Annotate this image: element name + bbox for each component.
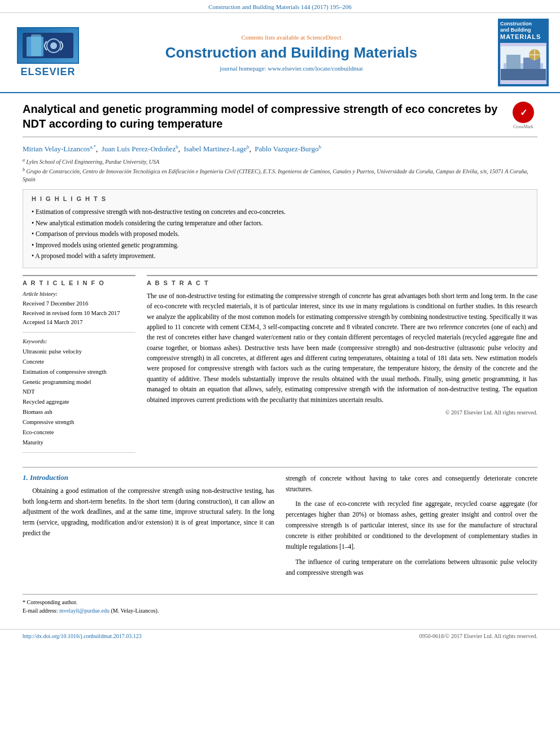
- list-item: Eco-concrete: [23, 427, 135, 438]
- history-label: Article history:: [23, 291, 135, 297]
- journal-center: Contents lists available at ScienceDirec…: [85, 34, 498, 72]
- intro-left-col: 1. Introduction Obtaining a good estimat…: [23, 473, 274, 583]
- journal-reference-bar: Construction and Building Materials 144 …: [0, 0, 560, 13]
- article-title-section: Analytical and genetic programming model…: [23, 102, 537, 137]
- list-item: A proposed model with a safety improveme…: [32, 251, 528, 262]
- list-item: Estimation of compressive strength: [23, 367, 135, 377]
- main-content: Analytical and genetic programming model…: [0, 93, 560, 623]
- revised-date: Received in revised form 10 March 2017: [23, 309, 135, 318]
- intro-paragraph-2: strength of concrete without having to t…: [286, 473, 537, 495]
- list-item: Ultrasonic pulse velocity: [23, 347, 135, 357]
- list-item: Concrete: [23, 357, 135, 367]
- bottom-bar: http://dx.doi.org/10.1016/j.conbuildmat.…: [0, 629, 560, 643]
- list-item: Genetic programming model: [23, 377, 135, 387]
- affiliations: a Lyles School of Civil Engineering, Pur…: [23, 157, 537, 184]
- journal-reference-text: Construction and Building Materials 144 …: [208, 3, 352, 10]
- copyright-line: © 2017 Elsevier Ltd. All rights reserved…: [147, 409, 537, 416]
- svg-rect-9: [501, 69, 546, 80]
- abstract-col: A B S T R A C T The use of non-destructi…: [147, 275, 537, 458]
- intro-paragraph-4: The influence of curing temperature on t…: [286, 557, 537, 578]
- abstract-text: The use of non-destructive testing for e…: [147, 291, 537, 405]
- intro-title: 1. Introduction: [23, 473, 274, 482]
- elsevier-logo: ELSEVIER: [11, 27, 85, 78]
- author-4: Pablo Vazquez-Burgo: [255, 145, 318, 153]
- journal-cover-image: Constructionand BuildingMATERIALS: [498, 19, 549, 86]
- intro-left-text: Obtaining a good estimation of the compr…: [23, 486, 274, 539]
- list-item: Biomass ash: [23, 407, 135, 417]
- list-item: Comparison of previous models with propo…: [32, 229, 528, 240]
- elsevier-text: ELSEVIER: [20, 66, 75, 78]
- sciencedirect-link[interactable]: ScienceDirect: [307, 34, 342, 41]
- article-title: Analytical and genetic programming model…: [23, 102, 504, 131]
- keywords-list: Ultrasonic pulse velocity Concrete Estim…: [23, 347, 135, 447]
- author-2: Juan Luis Perez-Ordoñez: [102, 145, 176, 153]
- introduction-section: 1. Introduction Obtaining a good estimat…: [23, 473, 537, 583]
- crossmark-area[interactable]: ✓ CrossMark: [509, 102, 537, 129]
- authors-line: Mirian Velay-Lizancosa,*, Juan Luis Pere…: [23, 144, 537, 154]
- author-1: Mirian Velay-Lizancos: [23, 145, 90, 153]
- homepage-url[interactable]: www.elsevier.com/locate/conbuildmat: [268, 65, 363, 72]
- highlights-list: Estimation of compressive strength with …: [32, 207, 528, 262]
- doi-link[interactable]: http://dx.doi.org/10.1016/j.conbuildmat.…: [23, 633, 142, 639]
- list-item: NDT: [23, 387, 135, 397]
- list-item: New analytical estimation models conside…: [32, 218, 528, 229]
- svg-point-4: [50, 42, 57, 49]
- journal-title: Construction and Building Materials: [90, 44, 492, 62]
- journal-homepage: journal homepage: www.elsevier.com/locat…: [90, 65, 492, 72]
- highlights-heading: H I G H L I G H T S: [32, 195, 528, 202]
- elsevier-logo-box: [17, 27, 79, 64]
- article-info-box: A R T I C L E I N F O Article history: R…: [23, 275, 135, 453]
- journal-header: ELSEVIER Contents lists available at Sci…: [0, 13, 560, 93]
- footnote-section: * Corresponding author. E-mail address: …: [23, 594, 537, 615]
- issn-text: 0950-0618/© 2017 Elsevier Ltd. All right…: [419, 633, 537, 639]
- history-subsection: Article history: Received 7 December 201…: [23, 291, 135, 333]
- article-info-col: A R T I C L E I N F O Article history: R…: [23, 275, 135, 458]
- intro-paragraph-3: In the case of eco-concrete with recycle…: [286, 499, 537, 552]
- list-item: Estimation of compressive strength with …: [32, 207, 528, 218]
- author-3: Isabel Martinez-Lage: [183, 145, 247, 153]
- highlights-section: H I G H L I G H T S Estimation of compre…: [23, 189, 537, 268]
- crossmark-label: CrossMark: [509, 124, 537, 129]
- crossmark-icon[interactable]: ✓: [513, 102, 534, 123]
- abstract-heading: A B S T R A C T: [147, 276, 537, 286]
- cover-title: Constructionand BuildingMATERIALS: [500, 21, 546, 41]
- footnote-corresponding: * Corresponding author.: [23, 598, 537, 606]
- section-divider: [23, 467, 537, 468]
- keywords-label: Keywords:: [23, 338, 135, 344]
- info-abstract-section: A R T I C L E I N F O Article history: R…: [23, 275, 537, 458]
- footnote-email: E-mail address: mvelayli@purdue.edu (M. …: [23, 606, 537, 615]
- svg-rect-2: [31, 34, 41, 56]
- abstract-box: A B S T R A C T The use of non-destructi…: [147, 275, 537, 416]
- keywords-subsection: Keywords: Ultrasonic pulse velocity Conc…: [23, 338, 135, 452]
- list-item: Compressive strength: [23, 417, 135, 427]
- intro-right-text: strength of concrete without having to t…: [286, 473, 537, 579]
- received-date: Received 7 December 2016: [23, 299, 135, 309]
- list-item: Maturity: [23, 438, 135, 448]
- accepted-date: Accepted 14 March 2017: [23, 318, 135, 327]
- email-link[interactable]: mvelayli@purdue.edu: [59, 608, 110, 614]
- list-item: Improved models using oriented genetic p…: [32, 240, 528, 251]
- intro-paragraph-1: Obtaining a good estimation of the compr…: [23, 486, 274, 539]
- intro-right-col: strength of concrete without having to t…: [286, 473, 537, 583]
- article-info-heading: A R T I C L E I N F O: [23, 276, 135, 286]
- list-item: Recycled aggregate: [23, 397, 135, 407]
- cover-image-area: [500, 43, 546, 84]
- contents-available: Contents lists available at ScienceDirec…: [90, 34, 492, 41]
